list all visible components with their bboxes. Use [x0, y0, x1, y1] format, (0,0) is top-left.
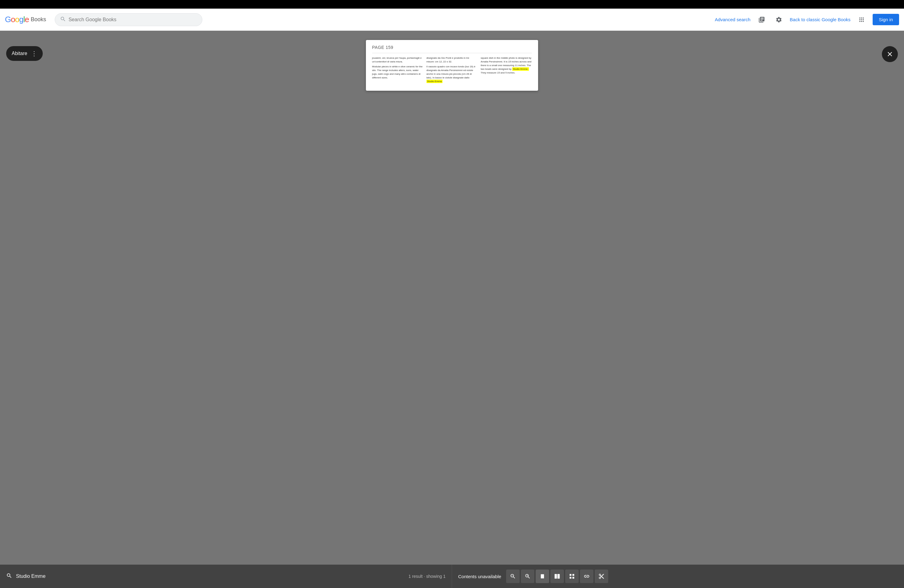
single-page-button[interactable] [536, 569, 549, 583]
bottom-search-section: Studio Emme 1 result · showing 1 [0, 564, 452, 588]
bottom-controls-section: Contents unavailable [452, 569, 904, 583]
search-icon [60, 16, 66, 24]
thumbnail-view-button[interactable] [565, 569, 579, 583]
svg-rect-6 [572, 577, 574, 579]
link-button[interactable] [580, 569, 593, 583]
header-right: Advanced search Back to classic Google B… [715, 14, 899, 26]
svg-rect-4 [572, 574, 574, 576]
logo[interactable]: Google Books [5, 15, 46, 24]
main-content: Abitare ⋮ PAGE 159 jouaient, ver, brueca… [0, 31, 904, 564]
scissors-button[interactable] [595, 569, 608, 583]
books-logo-text: Books [31, 16, 46, 23]
contents-unavailable-text: Contents unavailable [458, 574, 501, 579]
search-tag-label: Abitare [12, 51, 27, 56]
zoom-in-button[interactable] [521, 569, 534, 583]
floating-search-tag: Abitare ⋮ [6, 46, 43, 61]
my-library-button[interactable] [755, 14, 768, 26]
page-content: jouaient, ver, brueca per l'aupa, portav… [372, 56, 532, 85]
svg-rect-5 [570, 577, 572, 579]
svg-rect-2 [558, 574, 560, 579]
bottom-toolbar: Studio Emme 1 result · showing 1 Content… [0, 564, 904, 588]
google-logo: Google [5, 15, 29, 24]
apps-button[interactable] [855, 14, 868, 26]
top-black-bar [0, 0, 904, 9]
page-card: PAGE 159 jouaient, ver, brueca per l'aup… [366, 40, 538, 91]
bottom-search-icon [6, 573, 12, 580]
page-col-1: jouaient, ver, brueca per l'aupa, portav… [372, 56, 424, 85]
header: Google Books Advanced search Back to cla… [0, 9, 904, 31]
page-col-3: square dish in the middle photo is desig… [480, 56, 532, 85]
two-page-button[interactable] [550, 569, 564, 583]
search-input[interactable] [69, 17, 197, 22]
svg-rect-3 [570, 574, 572, 576]
bottom-search-text: Studio Emme [16, 574, 405, 579]
sign-in-button[interactable]: Sign in [872, 14, 899, 25]
svg-rect-0 [541, 574, 544, 579]
highlight-studio-emme-2: Studio Emme. [512, 67, 529, 71]
bottom-result-text: 1 result · showing 1 [408, 574, 446, 579]
back-to-classic-link[interactable]: Back to classic Google Books [790, 17, 851, 22]
settings-button[interactable] [773, 14, 785, 26]
highlight-studio-emme-1: Studio Emma [427, 80, 443, 83]
tag-more-button[interactable]: ⋮ [31, 50, 37, 57]
zoom-out-button[interactable] [506, 569, 520, 583]
page-number: PAGE 159 [372, 45, 532, 50]
close-button[interactable] [882, 46, 898, 62]
page-col-2: disegnato da Gio Ponti e prodotto in tre… [427, 56, 478, 85]
search-bar[interactable] [55, 13, 202, 26]
svg-rect-1 [555, 574, 557, 579]
advanced-search-link[interactable]: Advanced search [715, 17, 751, 22]
